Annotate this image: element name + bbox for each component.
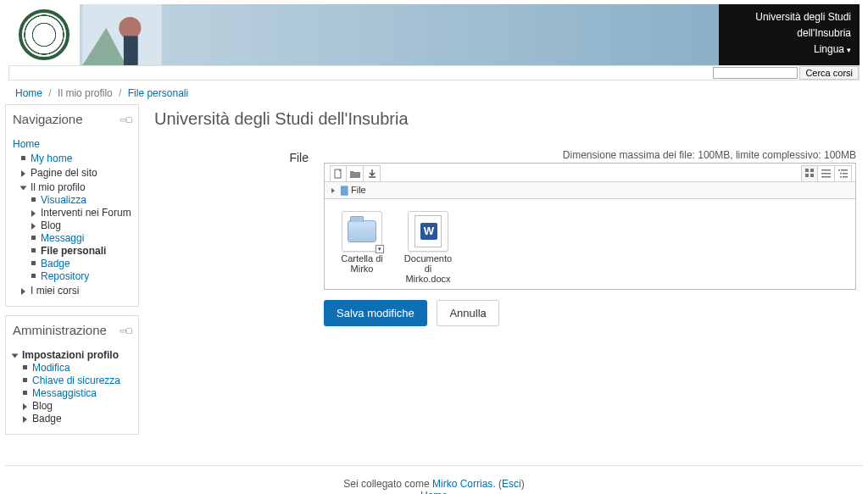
- file-item-folder[interactable]: ▾ Cartella di Mirko: [337, 211, 387, 284]
- svg-rect-15: [843, 173, 848, 175]
- nav-badge[interactable]: Badge: [41, 258, 70, 269]
- nav-pagine[interactable]: Pagine del sito: [31, 167, 97, 179]
- course-search-input[interactable]: [713, 67, 798, 79]
- university-seal-icon: [19, 9, 70, 60]
- select-tick-icon: ▾: [376, 245, 384, 253]
- svg-rect-8: [810, 174, 814, 177]
- admin-chiave[interactable]: Chiave di sicurezza: [32, 375, 120, 386]
- svg-rect-10: [821, 173, 831, 175]
- file-path-bar[interactable]: ▇File: [325, 182, 855, 199]
- folder-icon: ▇: [341, 185, 348, 195]
- nav-filepersonali[interactable]: File personali: [41, 245, 106, 257]
- nav-interventi[interactable]: Interventi nei Forum: [41, 207, 131, 219]
- page-title: Università degli Studi dell'Insubria: [154, 109, 856, 129]
- nav-home[interactable]: Home: [13, 138, 40, 150]
- navigation-block: Navigazione ▭▢ Home My home Pagine del s…: [5, 104, 139, 307]
- nav-profilo[interactable]: Il mio profilo: [31, 181, 86, 193]
- upload-limit-hint: Dimensione massima dei file: 100MB, limi…: [324, 149, 856, 161]
- block-controls-icon[interactable]: ▭▢: [120, 326, 131, 335]
- footer-home-link[interactable]: Home: [420, 490, 448, 494]
- create-folder-button[interactable]: [347, 165, 364, 182]
- nav-myhome[interactable]: My home: [31, 153, 72, 164]
- admin-modifica[interactable]: Modifica: [32, 362, 70, 374]
- search-row: Cerca corsi: [8, 65, 860, 80]
- user-info-box: Università degli Studi dell'Insubria Lin…: [719, 4, 860, 65]
- nav-visualizza[interactable]: Visualizza: [41, 194, 86, 206]
- footer: Sei collegato come Mirko Corrias. (Esci)…: [5, 465, 863, 494]
- view-list-button[interactable]: [818, 165, 835, 182]
- language-menu[interactable]: Lingua: [727, 42, 851, 58]
- svg-rect-6: [810, 169, 814, 172]
- breadcrumb-current[interactable]: File personali: [128, 87, 188, 99]
- course-search-button[interactable]: Cerca corsi: [799, 66, 859, 80]
- block-controls-icon[interactable]: ▭▢: [120, 115, 131, 124]
- file-item-label: Documento diMirko.docx: [403, 253, 453, 284]
- file-manager: ▇File ▾ Cartella di Mirko Documento diMi…: [324, 163, 856, 290]
- nav-repository[interactable]: Repository: [41, 270, 89, 282]
- view-tree-button[interactable]: [835, 165, 852, 182]
- svg-rect-7: [805, 174, 809, 177]
- svg-rect-12: [838, 169, 840, 171]
- nav-blog[interactable]: Blog: [41, 219, 61, 231]
- nav-messaggi[interactable]: Messaggi: [41, 232, 84, 244]
- admin-messaggistica[interactable]: Messaggistica: [32, 387, 97, 399]
- svg-rect-11: [821, 176, 831, 178]
- admin-badge[interactable]: Badge: [32, 413, 62, 425]
- file-item-document[interactable]: Documento diMirko.docx: [403, 211, 453, 284]
- folder-icon: [348, 220, 376, 242]
- svg-rect-17: [843, 176, 848, 178]
- admin-blog[interactable]: Blog: [32, 400, 53, 412]
- breadcrumb: Home / Il mio profilo / File personali: [0, 80, 868, 104]
- svg-rect-5: [805, 169, 809, 172]
- download-button[interactable]: [364, 165, 381, 182]
- admin-block: Amministrazione ▭▢ Impostazioni profilo …: [5, 315, 139, 435]
- svg-rect-3: [124, 36, 138, 65]
- svg-rect-14: [840, 173, 842, 175]
- file-item-label: Cartella di Mirko: [337, 253, 387, 274]
- svg-rect-9: [821, 169, 831, 171]
- svg-point-2: [119, 17, 141, 39]
- org-name: Università degli Studi dell'Insubria: [727, 9, 851, 42]
- save-button[interactable]: Salva modifiche: [324, 300, 427, 326]
- svg-rect-13: [841, 169, 848, 171]
- logout-link[interactable]: Esci: [502, 478, 521, 490]
- banner-image: [80, 4, 164, 65]
- nav-miei-corsi[interactable]: I miei corsi: [31, 285, 79, 297]
- word-doc-icon: [415, 215, 442, 247]
- footer-user-link[interactable]: Mirko Corrias.: [432, 478, 496, 490]
- admin-impostazioni[interactable]: Impostazioni profilo: [22, 349, 119, 361]
- file-field-label: File: [154, 149, 324, 326]
- nav-title: Navigazione: [13, 112, 83, 126]
- cancel-button[interactable]: Annulla: [437, 300, 498, 326]
- svg-rect-16: [840, 176, 842, 178]
- add-file-button[interactable]: [330, 165, 347, 182]
- breadcrumb-profile: Il mio profilo: [58, 87, 113, 99]
- breadcrumb-home[interactable]: Home: [15, 87, 42, 99]
- view-icons-button[interactable]: [801, 165, 818, 182]
- admin-title: Amministrazione: [13, 323, 107, 337]
- site-logo[interactable]: [8, 4, 80, 65]
- header-bar: Università degli Studi dell'Insubria Lin…: [8, 0, 860, 65]
